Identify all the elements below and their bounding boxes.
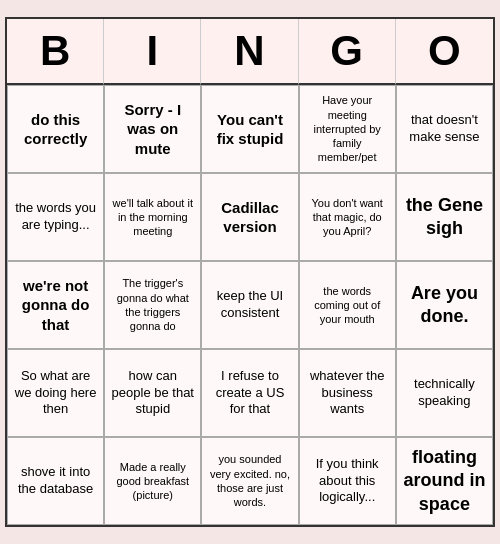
bingo-letter-n: N (201, 19, 298, 85)
bingo-cell-22: you sounded very excited. no, those are … (201, 437, 298, 525)
bingo-cell-14: Are you done. (396, 261, 493, 349)
bingo-cell-0: do this correctly (7, 85, 104, 173)
bingo-cell-7: Cadillac version (201, 173, 298, 261)
bingo-cell-15: So what are we doing here then (7, 349, 104, 437)
bingo-letter-o: O (396, 19, 493, 85)
bingo-cell-18: whatever the business wants (299, 349, 396, 437)
bingo-cell-1: Sorry - I was on mute (104, 85, 201, 173)
bingo-cell-3: Have your meeting interrupted by family … (299, 85, 396, 173)
bingo-cell-11: The trigger's gonna do what the triggers… (104, 261, 201, 349)
bingo-cell-10: we're not gonna do that (7, 261, 104, 349)
bingo-cell-12: keep the UI consistent (201, 261, 298, 349)
bingo-cell-4: that doesn't make sense (396, 85, 493, 173)
bingo-grid: do this correctlySorry - I was on muteYo… (7, 85, 493, 525)
bingo-cell-23: If you think about this logically... (299, 437, 396, 525)
bingo-cell-2: You can't fix stupid (201, 85, 298, 173)
bingo-letter-g: G (299, 19, 396, 85)
bingo-cell-6: we'll talk about it in the morning meeti… (104, 173, 201, 261)
bingo-card: BINGO do this correctlySorry - I was on … (5, 17, 495, 527)
bingo-cell-20: shove it into the database (7, 437, 104, 525)
bingo-cell-8: You don't want that magic, do you April? (299, 173, 396, 261)
bingo-cell-17: I refuse to create a US for that (201, 349, 298, 437)
bingo-cell-21: Made a really good breakfast (picture) (104, 437, 201, 525)
bingo-header: BINGO (7, 19, 493, 85)
bingo-cell-13: the words coming out of your mouth (299, 261, 396, 349)
bingo-cell-16: how can people be that stupid (104, 349, 201, 437)
bingo-cell-19: technically speaking (396, 349, 493, 437)
bingo-cell-5: the words you are typing... (7, 173, 104, 261)
bingo-letter-b: B (7, 19, 104, 85)
bingo-cell-9: the Gene sigh (396, 173, 493, 261)
bingo-cell-24: floating around in space (396, 437, 493, 525)
bingo-letter-i: I (104, 19, 201, 85)
